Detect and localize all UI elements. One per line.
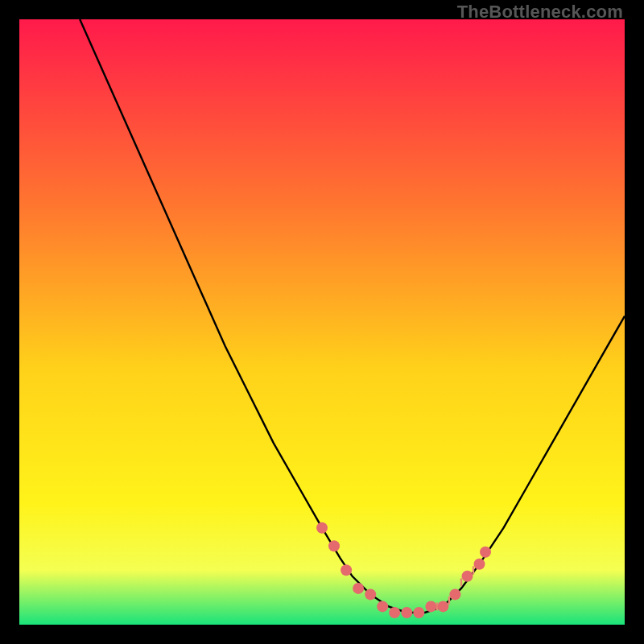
watermark-label: TheBottleneck.com <box>457 2 623 23</box>
highlight-marker <box>480 547 491 558</box>
highlight-marker <box>316 522 328 534</box>
highlight-marker <box>462 571 473 582</box>
highlight-marker <box>474 559 485 570</box>
highlight-marker <box>353 583 364 594</box>
highlight-marker <box>377 601 388 612</box>
highlight-marker <box>328 540 340 551</box>
chart-background-gradient <box>19 19 625 625</box>
highlight-marker <box>413 607 424 618</box>
highlight-marker <box>341 564 352 576</box>
chart-frame <box>19 19 625 625</box>
highlight-marker <box>401 607 412 618</box>
highlight-marker <box>437 601 448 612</box>
highlight-marker <box>449 588 460 600</box>
bottleneck-chart-svg <box>19 19 625 625</box>
highlight-marker <box>389 607 400 618</box>
highlight-marker <box>425 601 436 612</box>
highlight-marker <box>365 588 376 600</box>
